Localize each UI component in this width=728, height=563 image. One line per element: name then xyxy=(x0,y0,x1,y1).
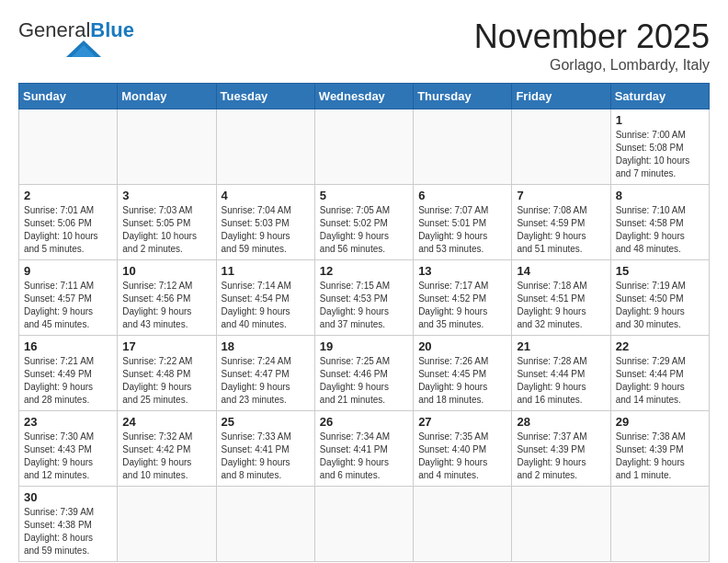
day-info: Sunrise: 7:04 AM Sunset: 5:03 PM Dayligh… xyxy=(222,204,310,256)
day-info: Sunrise: 7:28 AM Sunset: 4:44 PM Dayligh… xyxy=(517,355,605,407)
day-number: 22 xyxy=(616,339,704,353)
day-number: 9 xyxy=(24,264,112,278)
day-number: 7 xyxy=(517,189,605,202)
day-number: 16 xyxy=(24,339,112,353)
calendar-header-row: SundayMondayTuesdayWednesdayThursdayFrid… xyxy=(19,83,710,109)
calendar-cell: 8Sunrise: 7:10 AM Sunset: 4:58 PM Daylig… xyxy=(610,184,709,259)
calendar-cell: 24Sunrise: 7:32 AM Sunset: 4:42 PM Dayli… xyxy=(118,410,216,486)
calendar-cell: 17Sunrise: 7:22 AM Sunset: 4:48 PM Dayli… xyxy=(118,335,216,410)
day-info: Sunrise: 7:39 AM Sunset: 4:38 PM Dayligh… xyxy=(24,506,112,557)
day-number: 2 xyxy=(24,189,112,202)
calendar-cell: 20Sunrise: 7:26 AM Sunset: 4:45 PM Dayli… xyxy=(414,335,512,410)
calendar-cell xyxy=(118,109,216,184)
day-info: Sunrise: 7:19 AM Sunset: 4:50 PM Dayligh… xyxy=(616,280,704,331)
calendar-cell: 18Sunrise: 7:24 AM Sunset: 4:47 PM Dayli… xyxy=(216,335,314,410)
day-info: Sunrise: 7:21 AM Sunset: 4:49 PM Dayligh… xyxy=(24,355,112,407)
location-title: Gorlago, Lombardy, Italy xyxy=(474,57,710,74)
calendar-cell: 23Sunrise: 7:30 AM Sunset: 4:43 PM Dayli… xyxy=(19,410,118,486)
day-number: 21 xyxy=(517,339,605,353)
day-info: Sunrise: 7:18 AM Sunset: 4:51 PM Dayligh… xyxy=(517,280,605,331)
calendar-cell: 27Sunrise: 7:35 AM Sunset: 4:40 PM Dayli… xyxy=(414,410,512,486)
day-number: 27 xyxy=(418,415,506,429)
day-info: Sunrise: 7:30 AM Sunset: 4:43 PM Dayligh… xyxy=(24,431,112,482)
calendar-cell: 25Sunrise: 7:33 AM Sunset: 4:41 PM Dayli… xyxy=(216,410,314,486)
calendar-cell xyxy=(314,109,413,184)
day-info: Sunrise: 7:26 AM Sunset: 4:45 PM Dayligh… xyxy=(418,355,506,407)
calendar-cell: 12Sunrise: 7:15 AM Sunset: 4:53 PM Dayli… xyxy=(314,259,413,335)
week-row-4: 16Sunrise: 7:21 AM Sunset: 4:49 PM Dayli… xyxy=(19,335,710,410)
day-number: 17 xyxy=(122,339,210,353)
day-number: 8 xyxy=(616,189,704,202)
day-info: Sunrise: 7:01 AM Sunset: 5:06 PM Dayligh… xyxy=(24,204,112,256)
day-info: Sunrise: 7:15 AM Sunset: 4:53 PM Dayligh… xyxy=(320,280,408,331)
calendar-cell: 2Sunrise: 7:01 AM Sunset: 5:06 PM Daylig… xyxy=(19,184,118,259)
calendar-cell: 21Sunrise: 7:28 AM Sunset: 4:44 PM Dayli… xyxy=(512,335,610,410)
day-info: Sunrise: 7:07 AM Sunset: 5:01 PM Dayligh… xyxy=(418,204,506,256)
day-info: Sunrise: 7:33 AM Sunset: 4:41 PM Dayligh… xyxy=(222,431,310,482)
week-row-3: 9Sunrise: 7:11 AM Sunset: 4:57 PM Daylig… xyxy=(19,259,710,335)
calendar-cell: 15Sunrise: 7:19 AM Sunset: 4:50 PM Dayli… xyxy=(610,259,709,335)
day-number: 13 xyxy=(418,264,506,278)
calendar-cell xyxy=(216,486,314,561)
calendar-cell xyxy=(414,109,512,184)
day-info: Sunrise: 7:38 AM Sunset: 4:39 PM Dayligh… xyxy=(616,431,704,482)
calendar-cell: 7Sunrise: 7:08 AM Sunset: 4:59 PM Daylig… xyxy=(512,184,610,259)
day-info: Sunrise: 7:34 AM Sunset: 4:41 PM Dayligh… xyxy=(320,431,408,482)
calendar-cell: 9Sunrise: 7:11 AM Sunset: 4:57 PM Daylig… xyxy=(19,259,118,335)
day-info: Sunrise: 7:24 AM Sunset: 4:47 PM Dayligh… xyxy=(222,355,310,407)
calendar-cell: 30Sunrise: 7:39 AM Sunset: 4:38 PM Dayli… xyxy=(19,486,118,561)
calendar-cell: 13Sunrise: 7:17 AM Sunset: 4:52 PM Dayli… xyxy=(414,259,512,335)
calendar-cell: 6Sunrise: 7:07 AM Sunset: 5:01 PM Daylig… xyxy=(414,184,512,259)
day-info: Sunrise: 7:11 AM Sunset: 4:57 PM Dayligh… xyxy=(24,280,112,331)
calendar-cell: 11Sunrise: 7:14 AM Sunset: 4:54 PM Dayli… xyxy=(216,259,314,335)
calendar-cell: 5Sunrise: 7:05 AM Sunset: 5:02 PM Daylig… xyxy=(314,184,413,259)
day-info: Sunrise: 7:05 AM Sunset: 5:02 PM Dayligh… xyxy=(320,204,408,256)
day-number: 14 xyxy=(517,264,605,278)
week-row-6: 30Sunrise: 7:39 AM Sunset: 4:38 PM Dayli… xyxy=(19,486,710,561)
calendar-cell: 1Sunrise: 7:00 AM Sunset: 5:08 PM Daylig… xyxy=(610,109,709,184)
calendar-cell: 10Sunrise: 7:12 AM Sunset: 4:56 PM Dayli… xyxy=(118,259,216,335)
calendar-cell xyxy=(512,486,610,561)
day-info: Sunrise: 7:08 AM Sunset: 4:59 PM Dayligh… xyxy=(517,204,605,256)
day-header-sunday: Sunday xyxy=(19,83,118,109)
day-number: 25 xyxy=(222,415,310,429)
logo-blue-text: Blue xyxy=(90,18,134,42)
day-number: 15 xyxy=(616,264,704,278)
day-header-saturday: Saturday xyxy=(610,83,709,109)
day-info: Sunrise: 7:25 AM Sunset: 4:46 PM Dayligh… xyxy=(320,355,408,407)
day-info: Sunrise: 7:37 AM Sunset: 4:39 PM Dayligh… xyxy=(517,431,605,482)
calendar-cell xyxy=(19,109,118,184)
month-title: November 2025 xyxy=(474,18,710,55)
day-info: Sunrise: 7:35 AM Sunset: 4:40 PM Dayligh… xyxy=(418,431,506,482)
calendar-cell: 29Sunrise: 7:38 AM Sunset: 4:39 PM Dayli… xyxy=(610,410,709,486)
day-header-wednesday: Wednesday xyxy=(314,83,413,109)
week-row-1: 1Sunrise: 7:00 AM Sunset: 5:08 PM Daylig… xyxy=(19,109,710,184)
day-info: Sunrise: 7:32 AM Sunset: 4:42 PM Dayligh… xyxy=(122,431,210,482)
calendar-cell: 16Sunrise: 7:21 AM Sunset: 4:49 PM Dayli… xyxy=(19,335,118,410)
logo: General Blue xyxy=(18,18,134,61)
calendar-table: SundayMondayTuesdayWednesdayThursdayFrid… xyxy=(18,83,710,562)
day-header-thursday: Thursday xyxy=(414,83,512,109)
week-row-2: 2Sunrise: 7:01 AM Sunset: 5:06 PM Daylig… xyxy=(19,184,710,259)
day-number: 11 xyxy=(222,264,310,278)
calendar-cell xyxy=(314,486,413,561)
calendar-cell: 28Sunrise: 7:37 AM Sunset: 4:39 PM Dayli… xyxy=(512,410,610,486)
day-header-tuesday: Tuesday xyxy=(216,83,314,109)
day-number: 12 xyxy=(320,264,408,278)
calendar-cell: 4Sunrise: 7:04 AM Sunset: 5:03 PM Daylig… xyxy=(216,184,314,259)
day-number: 6 xyxy=(418,189,506,202)
day-info: Sunrise: 7:17 AM Sunset: 4:52 PM Dayligh… xyxy=(418,280,506,331)
day-number: 5 xyxy=(320,189,408,202)
day-number: 1 xyxy=(616,113,704,127)
calendar-cell: 3Sunrise: 7:03 AM Sunset: 5:05 PM Daylig… xyxy=(118,184,216,259)
day-number: 10 xyxy=(122,264,210,278)
logo-icon xyxy=(66,40,101,57)
day-info: Sunrise: 7:10 AM Sunset: 4:58 PM Dayligh… xyxy=(616,204,704,256)
day-number: 19 xyxy=(320,339,408,353)
day-number: 29 xyxy=(616,415,704,429)
calendar-cell: 14Sunrise: 7:18 AM Sunset: 4:51 PM Dayli… xyxy=(512,259,610,335)
day-header-friday: Friday xyxy=(512,83,610,109)
calendar-cell: 19Sunrise: 7:25 AM Sunset: 4:46 PM Dayli… xyxy=(314,335,413,410)
day-number: 24 xyxy=(122,415,210,429)
day-info: Sunrise: 7:00 AM Sunset: 5:08 PM Dayligh… xyxy=(616,129,704,180)
